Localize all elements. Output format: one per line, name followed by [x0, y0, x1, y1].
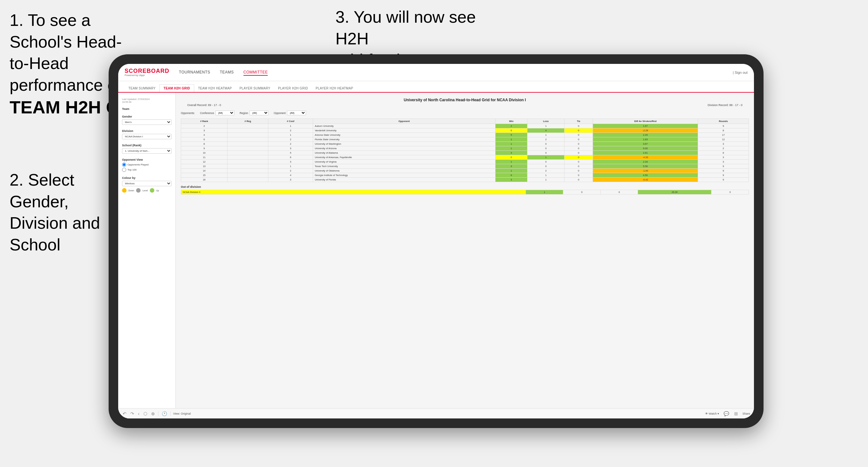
col-win: Win: [495, 119, 527, 124]
redo-button[interactable]: ↷: [130, 410, 135, 417]
team-section: Team: [122, 107, 172, 111]
sign-out-button[interactable]: | Sign out: [733, 71, 748, 74]
toolbar-right: 👁 Watch ▾ 💬 ⊞ Share: [705, 410, 750, 417]
tablet-device: SCOREBOARD Powered by clippi TOURNAMENTS…: [108, 54, 764, 428]
col-rank: # Rank: [181, 119, 227, 124]
gender-select[interactable]: Men's Women's: [122, 120, 172, 125]
table-row: 3 2 Vanderbilt University 0 4 0 -2.29 8: [181, 128, 749, 133]
app-header: SCOREBOARD Powered by clippi TOURNAMENTS…: [118, 64, 754, 81]
out-div-loss: 0: [563, 190, 600, 194]
nav-tournaments[interactable]: TOURNAMENTS: [179, 69, 210, 76]
region-filter: Region (All): [240, 111, 269, 115]
division-select[interactable]: NCAA Division I NCAA Division II: [122, 134, 172, 139]
color-level-dot: [136, 188, 141, 193]
school-section: School (Rank) 1. University of Nort...: [122, 144, 172, 154]
share-button[interactable]: Share: [742, 412, 750, 415]
school-select[interactable]: 1. University of Nort...: [122, 148, 172, 154]
opponent-view-section: Opponent View Opponents Played Top 100: [122, 158, 172, 172]
division-label: Division: [122, 129, 172, 132]
division-record: Division Record: 88 - 17 - 0: [708, 103, 742, 107]
opponent-select[interactable]: (All): [287, 111, 306, 115]
bottom-toolbar: ↶ ↷ ‹ ⬡ ⊕ 🕐 View: Original 👁 Watch ▾ 💬 ⊞…: [118, 408, 754, 418]
col-opponent: Opponent: [313, 119, 495, 124]
logo-sub: Powered by clippi: [125, 74, 169, 77]
radio-opponents-played[interactable]: Opponents Played: [122, 163, 172, 167]
nav-committee[interactable]: COMMITTEE: [243, 69, 268, 76]
grid-area: University of North Carolina Head-to-Hea…: [176, 93, 754, 418]
opponent-filter: Opponent (All): [274, 111, 306, 115]
opponent-view-label: Opponent View: [122, 158, 172, 161]
opponent-label: Opponent: [274, 112, 286, 115]
col-tie: Tie: [564, 119, 593, 124]
col-reg: # Reg: [227, 119, 268, 124]
color-up-label: Up: [156, 189, 159, 192]
table-row: 10 5 University of Alabama 3 0 0 2.61 8: [181, 151, 749, 155]
region-label: Region: [240, 112, 248, 115]
color-level-label: Level: [143, 189, 148, 192]
add-button[interactable]: ⊕: [151, 410, 156, 417]
out-div-name: NCAA Division II: [181, 190, 526, 194]
undo-button[interactable]: ↶: [122, 410, 127, 417]
color-down-dot: [122, 188, 126, 193]
table-row: 6 2 Florida State University 1 2 0 1.83 …: [181, 137, 749, 142]
region-select[interactable]: (All): [249, 111, 269, 115]
col-rounds: Rounds: [698, 119, 749, 124]
gender-label: Gender: [122, 115, 172, 118]
colour-by-select[interactable]: Win/loss: [122, 181, 172, 186]
left-panel: Last Updated: 27/03/2024 16:55:38 Team G…: [118, 93, 176, 418]
color-up-dot: [150, 188, 154, 193]
overall-record: Overall Record: 89 - 17 - 0: [187, 103, 221, 107]
radio-group: Opponents Played Top 100: [122, 163, 172, 172]
comment-button[interactable]: 💬: [723, 410, 730, 417]
opponents-filter: Opponents:: [181, 112, 195, 115]
table-row: 15 4 Georgia Institute of Technology 6 1…: [181, 173, 749, 178]
prev-button[interactable]: ‹: [137, 410, 140, 417]
out-of-div-row: NCAA Division II 1 0 0 26.00 3: [181, 190, 749, 194]
clock-button[interactable]: 🕐: [161, 410, 168, 417]
table-row: 9 3 University of Arizona 1 0 0 9.00 2: [181, 146, 749, 151]
watch-button[interactable]: 👁 Watch ▾: [705, 412, 719, 415]
colour-by-section: Colour by Win/loss Down Level Up: [122, 176, 172, 193]
timestamp: Last Updated: 27/03/2024 16:55:38: [122, 98, 172, 103]
table-row: 4 1 Arizona State University 5 1 0 2.29 …: [181, 133, 749, 137]
out-of-division-header: Out of division: [181, 185, 749, 188]
tab-team-h2h-grid[interactable]: TEAM H2H GRID: [159, 84, 194, 92]
filter-row: Opponents: Conference (All) Region (All): [181, 111, 749, 115]
gender-section: Gender Men's Women's: [122, 115, 172, 125]
h2h-table: # Rank # Reg # Conf Opponent Win Loss Ti…: [181, 119, 749, 182]
main-content: Last Updated: 27/03/2024 16:55:38 Team G…: [118, 93, 754, 418]
out-div-win: 1: [526, 190, 563, 194]
grid-title: University of North Carolina Head-to-Hea…: [181, 98, 749, 102]
grid-button[interactable]: ⊞: [734, 410, 739, 417]
radio-top100[interactable]: Top 100: [122, 168, 172, 172]
division-section: Division NCAA Division I NCAA Division I…: [122, 129, 172, 139]
tab-team-h2h-heatmap[interactable]: TEAM H2H HEATMAP: [194, 85, 236, 92]
conference-select[interactable]: (All): [215, 111, 235, 115]
table-row: 2 1 Auburn University 2 1 0 1.67 9: [181, 124, 749, 128]
tab-player-summary[interactable]: PLAYER SUMMARY: [236, 85, 274, 92]
main-nav: TOURNAMENTS TEAMS COMMITTEE: [179, 69, 268, 76]
color-down-label: Down: [128, 189, 134, 192]
crop-button[interactable]: ⬡: [143, 410, 148, 417]
out-div-rounds: 3: [711, 190, 748, 194]
table-row: 8 2 University of Washington 1 0 0 3.67 …: [181, 142, 749, 146]
out-of-div-table: NCAA Division II 1 0 0 26.00 3: [181, 190, 749, 194]
tab-team-summary[interactable]: TEAM SUMMARY: [125, 85, 159, 92]
opponents-label: Opponents:: [181, 112, 195, 115]
school-label: School (Rank): [122, 144, 172, 147]
out-div-tie: 0: [600, 190, 638, 194]
table-row: 13 1 Texas Tech University 3 0 0 5.56 9: [181, 164, 749, 169]
tab-player-h2h-grid[interactable]: PLAYER H2H GRID: [274, 85, 312, 92]
table-row: 12 3 University of Virginia 1 0 0 2.33 3: [181, 160, 749, 164]
col-diff: Diff Av Strokes/Rnd: [593, 119, 698, 124]
out-div-diff: 26.00: [638, 190, 711, 194]
col-loss: Loss: [527, 119, 564, 124]
nav-teams[interactable]: TEAMS: [220, 69, 234, 76]
table-row: 14 2 University of Oklahoma 1 2 0 -1.00 …: [181, 169, 749, 173]
table-row: 11 6 University of Arkansas, Fayettevill…: [181, 155, 749, 160]
toolbar-sep2: [170, 411, 170, 416]
tablet-screen: SCOREBOARD Powered by clippi TOURNAMENTS…: [118, 64, 754, 418]
tab-player-h2h-heatmap[interactable]: PLAYER H2H HEATMAP: [312, 85, 357, 92]
logo-text-main: SCORE: [125, 68, 147, 74]
conference-label: Conference: [200, 112, 214, 115]
